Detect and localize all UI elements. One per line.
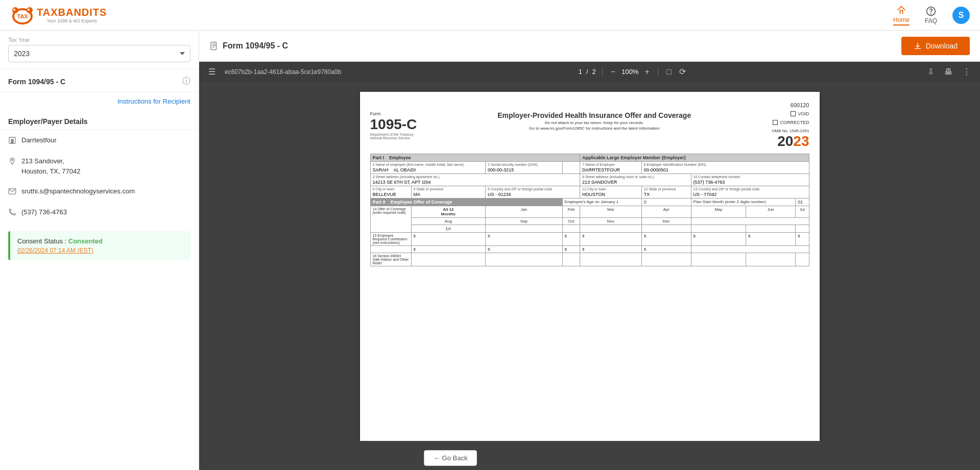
consent-status-link[interactable]: Consented bbox=[68, 237, 103, 245]
nav-right: Home FAQ S bbox=[893, 5, 970, 26]
content-area: Form 1094/95 - C Download ☰ ec607b2b-1aa… bbox=[199, 31, 980, 470]
pdf-scroll[interactable]: 600120 Form 1095-C Department of the Tre… bbox=[199, 82, 980, 441]
zoom-in-button[interactable]: + bbox=[642, 66, 651, 78]
f14-label-cell: 14 Offer of Coverage (enter required cod… bbox=[370, 206, 411, 233]
pdf-more-icon[interactable]: ⋮ bbox=[961, 66, 973, 78]
form-doc-number: 600120 bbox=[370, 102, 809, 108]
form-title-center: Employer-Provided Health Insurance Offer… bbox=[422, 111, 767, 131]
logo-subtitle: Your 1099 & W2 Experts bbox=[37, 18, 107, 23]
header: TAX TAXBANDITS Your 1099 & W2 Experts Ho… bbox=[0, 0, 980, 31]
f15-row: 15 Employee Required Contribution (see i… bbox=[370, 233, 809, 246]
employer-email-row: sruthi.s@spantechnologyservices.com bbox=[0, 181, 199, 202]
building-icon bbox=[8, 136, 16, 146]
pdf-print-icon[interactable]: 🖶 bbox=[942, 66, 954, 78]
form-number-area: Form 1095-C Department of the TreasuryIn… bbox=[370, 111, 417, 140]
row-city-state: 4 City or town BELLEVUE 5 State or provi… bbox=[370, 186, 809, 199]
pdf-page-current: 1 bbox=[579, 68, 582, 76]
f16-row: 16 Section 4980H Safe Harbor and Other R… bbox=[370, 253, 809, 266]
employer-section-title: Employer/Payer Details bbox=[0, 110, 199, 130]
consent-status-row: Consent Status : Consented bbox=[17, 237, 183, 245]
omb-area: OMB No. 1545-2251 2023 bbox=[772, 129, 809, 150]
fit-page-button[interactable]: □ bbox=[664, 66, 674, 78]
consent-box: Consent Status : Consented 02/26/2024 07… bbox=[8, 231, 190, 260]
svg-text:TAX: TAX bbox=[17, 13, 28, 19]
employer-phone-row: (537) 736-4763 bbox=[0, 202, 199, 223]
content-form-title: Form 1094/95 - C bbox=[209, 41, 288, 51]
svg-point-6 bbox=[28, 9, 30, 11]
pdf-toolbar: ☰ ec607b2b-1aa2-4618-abaa-5ce1e9780a0b 1… bbox=[199, 62, 980, 82]
pdf-page-total: 2 bbox=[592, 68, 596, 76]
zoom-out-button[interactable]: − bbox=[609, 66, 617, 78]
logo: TAX TAXBANDITS Your 1099 & W2 Experts bbox=[10, 3, 107, 28]
faq-icon bbox=[926, 6, 936, 16]
pdf-toolbar-center: 1 / 2 − 100% + □ ⟳ bbox=[579, 66, 688, 78]
nav-home[interactable]: Home bbox=[893, 5, 910, 26]
months-header-row: 14 Offer of Coverage (enter required cod… bbox=[370, 206, 809, 218]
svg-point-10 bbox=[931, 13, 931, 14]
pdf-container: ☰ ec607b2b-1aa2-4618-abaa-5ce1e9780a0b 1… bbox=[199, 62, 980, 441]
consent-date[interactable]: 02/26/2024 07:14 AM (EST) bbox=[17, 247, 183, 254]
logo-icon: TAX bbox=[10, 3, 35, 28]
go-back-area: ← Go Back bbox=[199, 441, 980, 470]
pdf-toolbar-right: ⇩ 🖶 ⋮ bbox=[925, 66, 973, 78]
f14-value-row: 1A bbox=[370, 225, 809, 233]
pdf-filename: ec607b2b-1aa2-4618-abaa-5ce1e9780a0b bbox=[225, 68, 341, 76]
part1-header-row: Part I Employee Applicable Large Employe… bbox=[370, 154, 809, 162]
employer-address-row: 213 Sandover, Houston, TX, 77042 bbox=[0, 151, 199, 181]
employer-address: 213 Sandover, Houston, TX, 77042 bbox=[21, 156, 80, 176]
employer-email: sruthi.s@spantechnologyservices.com bbox=[21, 186, 135, 196]
go-back-button[interactable]: ← Go Back bbox=[424, 450, 477, 466]
f15-row2: $ $ $ $ $ bbox=[370, 246, 809, 253]
tax-year-select[interactable]: 2023 2022 2021 bbox=[8, 45, 190, 62]
pdf-menu-icon[interactable]: ☰ bbox=[206, 66, 218, 78]
instructions-link[interactable]: Instructions for Recipient bbox=[0, 92, 199, 110]
corrected-checkbox: CORRECTED bbox=[773, 120, 809, 125]
sidebar-form-title: Form 1094/95 - C bbox=[8, 78, 65, 86]
months-header-row2: Aug Sep Oct Nov Dec bbox=[370, 218, 809, 225]
download-button[interactable]: Download bbox=[901, 37, 970, 55]
form-header-row: Form 1094/95 - C ⓘ bbox=[0, 69, 199, 92]
form-table: Part I Employee Applicable Large Employe… bbox=[370, 154, 809, 266]
pdf-toolbar-left: ☰ ec607b2b-1aa2-4618-abaa-5ce1e9780a0b bbox=[206, 66, 341, 78]
location-icon bbox=[8, 157, 16, 167]
employer-phone: (537) 736-4763 bbox=[21, 207, 67, 217]
home-icon bbox=[896, 5, 906, 15]
sidebar: Tax Year 2023 2022 2021 Form 1094/95 - C… bbox=[0, 31, 199, 470]
info-icon[interactable]: ⓘ bbox=[182, 76, 190, 87]
pdf-download-icon[interactable]: ⇩ bbox=[925, 66, 936, 78]
nav-faq[interactable]: FAQ bbox=[925, 6, 937, 24]
rotate-button[interactable]: ⟳ bbox=[677, 66, 688, 78]
phone-icon bbox=[8, 208, 16, 218]
form-header-doc: Form 1095-C Department of the TreasuryIn… bbox=[370, 111, 809, 150]
svg-point-5 bbox=[13, 9, 15, 11]
row-name-ssn-employer: 1 Name of employee (first name, middle i… bbox=[370, 162, 809, 174]
form-document: 600120 Form 1095-C Department of the Tre… bbox=[360, 92, 820, 441]
employer-name: Darrtestfour bbox=[21, 135, 57, 145]
svg-point-4 bbox=[27, 7, 33, 13]
pdf-separator2 bbox=[658, 67, 658, 77]
pdf-separator bbox=[602, 67, 603, 77]
content-topbar: Form 1094/95 - C Download bbox=[199, 31, 980, 62]
main-layout: Tax Year 2023 2022 2021 Form 1094/95 - C… bbox=[0, 31, 980, 470]
tax-year-label: Tax Year bbox=[8, 37, 190, 43]
pdf-zoom: 100% bbox=[622, 68, 638, 76]
part2-header-row: Part II Employee Offer of Coverage Emplo… bbox=[370, 199, 809, 206]
svg-point-12 bbox=[12, 159, 13, 161]
employer-name-row: Darrtestfour bbox=[0, 130, 199, 151]
form-checkboxes-area: VOID CORRECTED OMB No. 1545-2251 2023 bbox=[772, 111, 809, 150]
tax-year-display: 2023 bbox=[772, 133, 809, 150]
row-address: 3 Street address (including apartment no… bbox=[370, 174, 809, 186]
download-icon bbox=[914, 42, 922, 50]
avatar[interactable]: S bbox=[952, 7, 970, 24]
doc-icon bbox=[209, 41, 219, 51]
logo-title: TAXBANDITS bbox=[37, 7, 107, 18]
void-checkbox: VOID bbox=[791, 111, 809, 116]
tax-year-section: Tax Year 2023 2022 2021 bbox=[0, 31, 199, 69]
email-icon bbox=[8, 187, 16, 197]
